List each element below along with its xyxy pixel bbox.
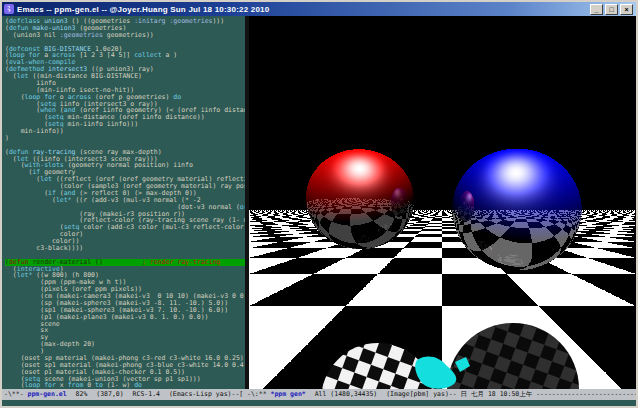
emacs-app-icon (4, 4, 14, 14)
modeline-major-mode[interactable]: (Image[pbm] yas)-- (386, 390, 456, 398)
code-editor-pane[interactable]: (defclass union3 () ((geometries :initar… (2, 16, 245, 389)
modeline-dashes: ---------------------------------------- (536, 390, 636, 398)
close-button[interactable]: × (620, 4, 633, 15)
modeline-prefix: -\:** (247, 390, 267, 398)
code-text: (defclass union3 () ((geometries :initar… (2, 16, 245, 389)
modeline-vc-status[interactable]: RCS-1.4 (133, 390, 160, 398)
modeline-line-col: (387,0) (96, 390, 123, 398)
echo-area[interactable] (2, 400, 636, 406)
modeline-left[interactable]: -\**- ppm-gen.el 82% (387,0) RCS-1.4 (Em… (2, 389, 245, 400)
modeline-major-mode[interactable]: (Emacs-Lisp yas)--[ (169, 390, 243, 398)
image-buffer-pane[interactable] (249, 16, 636, 389)
window-controls: _ □ × (590, 4, 633, 15)
minimize-button[interactable]: _ (590, 4, 603, 15)
modeline-prefix: -\**- (4, 390, 24, 398)
maximize-button[interactable]: □ (605, 4, 618, 15)
dark-checker-sphere (447, 323, 579, 389)
modeline-buffer-name[interactable]: ppm-gen.el (28, 390, 67, 398)
emacs-window: Emacs -- ppm-gen.el -- @Joyer.Huang Sun … (0, 0, 638, 408)
titlebar[interactable]: Emacs -- ppm-gen.el -- @Joyer.Huang Sun … (2, 2, 636, 16)
window-title: Emacs -- ppm-gen.el -- @Joyer.Huang Sun … (17, 5, 269, 14)
scene-artifact-overlay (249, 16, 636, 389)
modeline-right[interactable]: -\:** *ppm gen* All (1480,34435) (Image[… (245, 389, 636, 400)
modeline-clock: 日 七月 18 10:50上午 (461, 390, 533, 398)
modeline-position: All (1480,34435) (315, 390, 378, 398)
modeline-percent: 82% (76, 390, 88, 398)
modeline-buffer-name[interactable]: *ppm gen* (271, 390, 306, 398)
